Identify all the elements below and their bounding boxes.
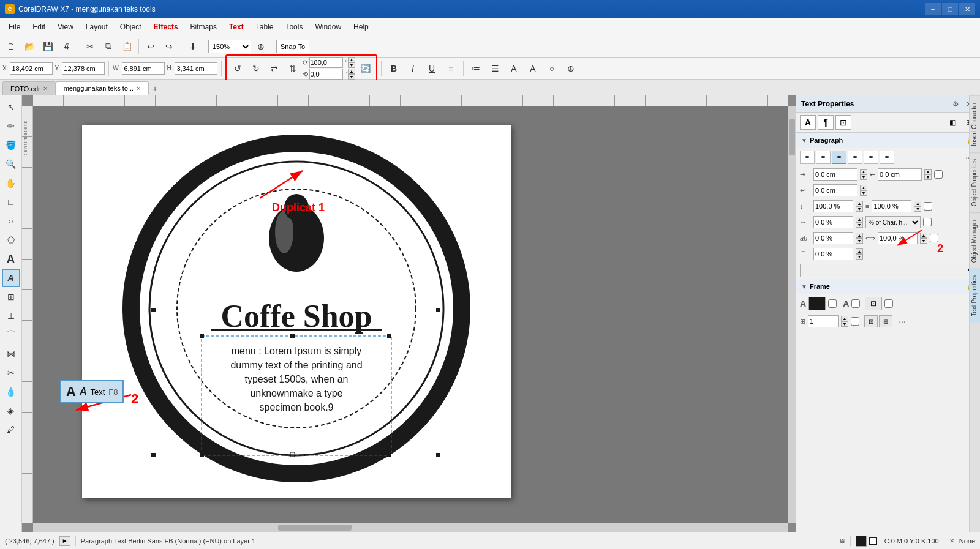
stroke-color[interactable] bbox=[869, 537, 877, 545]
abc1-input[interactable] bbox=[813, 232, 853, 244]
maximize-button[interactable]: □ bbox=[942, 3, 958, 15]
linespacing-input[interactable] bbox=[813, 200, 853, 212]
frame-columns-checkbox[interactable] bbox=[851, 317, 859, 326]
panel-settings-btn[interactable]: ⚙ bbox=[949, 98, 962, 110]
blend-tool[interactable]: ⋈ bbox=[2, 345, 20, 363]
underline-button[interactable]: U bbox=[423, 60, 440, 77]
fill-color[interactable] bbox=[856, 536, 867, 547]
connector-tool[interactable]: ⌒ bbox=[2, 326, 20, 344]
frame-text-checkbox[interactable] bbox=[851, 299, 860, 308]
list-btn[interactable]: ≔ bbox=[467, 60, 484, 77]
indent-checkbox[interactable] bbox=[934, 170, 943, 179]
menu-tools[interactable]: Tools bbox=[279, 20, 309, 34]
paragraph-toggle[interactable]: ▼ bbox=[801, 137, 807, 144]
linespacing2-up[interactable]: ▲ bbox=[914, 201, 921, 206]
indent3-up[interactable]: ▲ bbox=[860, 185, 867, 190]
zoom-plus[interactable]: ⊕ bbox=[252, 38, 270, 55]
open-button[interactable]: 📂 bbox=[21, 38, 38, 55]
panel-icon-a[interactable]: A bbox=[800, 115, 816, 130]
dimension-tool[interactable]: ⊥ bbox=[2, 307, 20, 325]
panel-icon-para[interactable]: ¶ bbox=[818, 115, 834, 130]
menu-object[interactable]: Object bbox=[114, 20, 148, 34]
cut-button[interactable]: ✂ bbox=[81, 38, 99, 55]
frame-col-btn[interactable]: ⊡ bbox=[865, 297, 882, 310]
menu-table[interactable]: Table bbox=[250, 20, 280, 34]
snap-to-button[interactable]: Snap To bbox=[276, 40, 309, 53]
charspacing-down[interactable]: ▼ bbox=[856, 222, 863, 228]
charspacing-checkbox[interactable] bbox=[923, 218, 932, 226]
frame-toggle[interactable]: ▼ bbox=[801, 283, 807, 290]
zoom-select[interactable]: 150% 100% 200% bbox=[208, 40, 251, 53]
side-tab-text-props[interactable]: Text Properties bbox=[970, 269, 980, 323]
list2-btn[interactable]: ☰ bbox=[486, 60, 503, 77]
paragraph-dropdown[interactable] bbox=[800, 264, 976, 277]
abc2-up[interactable]: ▲ bbox=[920, 233, 927, 238]
flip-v[interactable]: ⇅ bbox=[284, 60, 301, 77]
tab-foto[interactable]: FOTO.cdr ✕ bbox=[2, 81, 56, 95]
frame-columns-down[interactable]: ▼ bbox=[841, 321, 848, 327]
angle1-input[interactable] bbox=[309, 57, 343, 68]
menu-bitmaps[interactable]: Bitmaps bbox=[184, 20, 223, 34]
linespacing-checkbox[interactable] bbox=[924, 202, 932, 211]
linespacing-down[interactable]: ▼ bbox=[856, 206, 863, 212]
align-justify-r-btn[interactable]: ≡ bbox=[880, 151, 894, 164]
y-input[interactable] bbox=[62, 62, 105, 75]
flip-h[interactable]: ⇄ bbox=[266, 60, 283, 77]
smart-fill[interactable]: 🪣 bbox=[2, 136, 20, 154]
side-tab-obj-props[interactable]: Object Properties bbox=[970, 152, 980, 212]
scrollbar-horizontal[interactable] bbox=[33, 523, 788, 532]
abc1-up[interactable]: ▲ bbox=[856, 233, 863, 238]
canvas-background[interactable]: Coffe Shop menu : Lorem Ipsum is simply … bbox=[33, 106, 788, 523]
polygon-tool[interactable]: ⬠ bbox=[2, 231, 20, 249]
close-button[interactable]: ✕ bbox=[959, 3, 975, 15]
charspacing-input[interactable] bbox=[813, 216, 853, 228]
panel-icon-frame[interactable]: ⊡ bbox=[835, 115, 851, 130]
bold-button[interactable]: B bbox=[385, 60, 402, 77]
freehand-tool[interactable]: ✏ bbox=[2, 117, 20, 135]
charspacing-up[interactable]: ▲ bbox=[856, 217, 863, 222]
menu-text[interactable]: Text bbox=[223, 20, 250, 34]
rectangle-tool[interactable]: □ bbox=[2, 193, 20, 211]
frame-cols-btn2[interactable]: ⊟ bbox=[879, 315, 892, 327]
side-tab-insert-char[interactable]: Insert Character bbox=[970, 95, 980, 152]
tab-close-active[interactable]: ✕ bbox=[136, 85, 141, 92]
menu-window[interactable]: Window bbox=[309, 20, 347, 34]
indent1-down[interactable]: ▼ bbox=[860, 174, 867, 180]
frame-color-box[interactable] bbox=[809, 297, 826, 310]
indent1-up[interactable]: ▲ bbox=[860, 169, 867, 174]
table-tool[interactable]: ⊞ bbox=[2, 288, 20, 306]
paste-button[interactable]: 📋 bbox=[118, 38, 135, 55]
frame-more-btn[interactable]: ··· bbox=[895, 315, 910, 328]
charspacing-unit[interactable]: % of Char. h... bbox=[865, 216, 921, 228]
angle2-up[interactable]: ▲ bbox=[348, 69, 355, 74]
menu-file[interactable]: File bbox=[2, 20, 26, 34]
scrollbar-h-thumb[interactable] bbox=[278, 525, 352, 531]
indent2-down[interactable]: ▼ bbox=[924, 174, 932, 180]
align-left-btn[interactable]: ≡ bbox=[800, 151, 815, 164]
import-button[interactable]: ⬇ bbox=[184, 38, 202, 55]
text-tool-popup[interactable]: A A Text F8 bbox=[60, 380, 124, 403]
redo-button[interactable]: ↪ bbox=[160, 38, 178, 55]
menu-layout[interactable]: Layout bbox=[80, 20, 114, 34]
character-btn[interactable]: A bbox=[505, 60, 522, 77]
indent3-down[interactable]: ▼ bbox=[860, 190, 867, 196]
rotate-cw[interactable]: ↻ bbox=[247, 60, 265, 77]
angle1-down[interactable]: ▼ bbox=[348, 62, 355, 68]
angle1-up[interactable]: ▲ bbox=[348, 57, 355, 62]
indent1-input[interactable] bbox=[813, 168, 858, 181]
indent3-input[interactable] bbox=[813, 184, 858, 196]
tab-close-foto[interactable]: ✕ bbox=[43, 85, 48, 92]
art-up[interactable]: ▲ bbox=[856, 248, 863, 254]
scrollbar-v-thumb[interactable] bbox=[789, 119, 795, 155]
angle2-input[interactable] bbox=[309, 69, 343, 80]
w-input[interactable] bbox=[122, 62, 165, 75]
status-arrow-btn[interactable]: ► bbox=[59, 536, 70, 546]
abc2-down[interactable]: ▼ bbox=[920, 238, 927, 244]
scrollbar-vertical[interactable] bbox=[788, 106, 796, 523]
menu-effects[interactable]: Effects bbox=[148, 20, 184, 34]
undo-button[interactable]: ↩ bbox=[142, 38, 159, 55]
abc1-down[interactable]: ▼ bbox=[856, 238, 863, 244]
frame-columns-input[interactable] bbox=[808, 315, 839, 327]
text-tool-large[interactable]: A bbox=[2, 250, 20, 268]
menu-view[interactable]: View bbox=[51, 20, 80, 34]
